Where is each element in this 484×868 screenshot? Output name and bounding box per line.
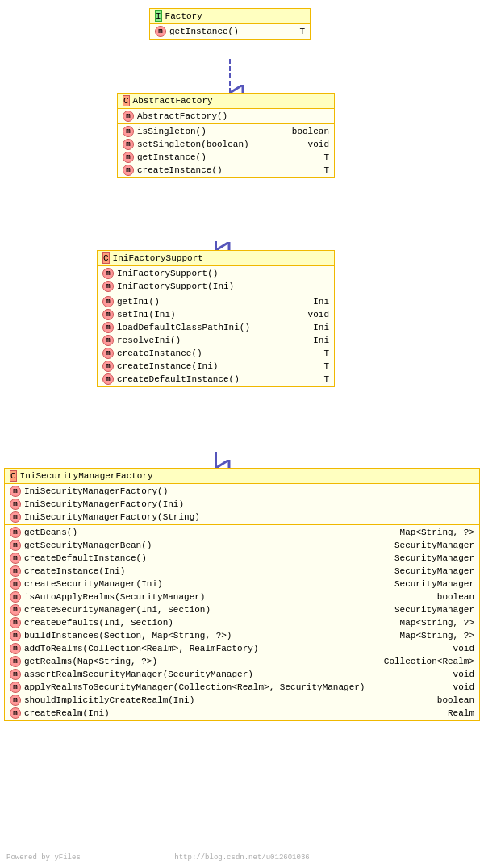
method-icon: m bbox=[102, 322, 114, 333]
smf-method-11: m assertRealmSecurityManager(SecurityMan… bbox=[10, 668, 474, 681]
method-icon: m bbox=[123, 152, 134, 163]
factory-label: Factory bbox=[165, 11, 202, 21]
smf-constructor-2: m IniSecurityManagerFactory(String) bbox=[10, 511, 474, 524]
smf-method-7: m createDefaults(Ini, Section) Map<Strin… bbox=[10, 616, 474, 629]
method-icon: m bbox=[123, 139, 134, 150]
abstract-factory-header: C AbstractFactory bbox=[118, 94, 334, 109]
ini-factory-support-header: C IniFactorySupport bbox=[98, 251, 334, 266]
ini-security-manager-factory-header: C IniSecurityManagerFactory bbox=[5, 469, 479, 484]
method-icon: m bbox=[102, 335, 114, 346]
ifs-method-4: m createInstance() T bbox=[102, 347, 329, 360]
abstract-factory-methods: m isSingleton() boolean m setSingleton(b… bbox=[118, 124, 334, 177]
smf-method-13: m shouldImplicitlyCreateRealm(Ini) boole… bbox=[10, 694, 474, 707]
method-icon: m bbox=[10, 630, 21, 641]
method-icon: m bbox=[102, 309, 114, 320]
ifs-method-6: m createDefaultInstance() T bbox=[102, 373, 329, 386]
smf-method-3: m createInstance(Ini) SecurityManager bbox=[10, 565, 474, 578]
method-icon: m bbox=[102, 296, 114, 307]
ini-factory-support-box: C IniFactorySupport m IniFactorySupport(… bbox=[97, 250, 335, 387]
ifs-method-2: m loadDefaultClassPathIni() Ini bbox=[102, 321, 329, 334]
smf-method-9: m addToRealms(Collection<Realm>, RealmFa… bbox=[10, 642, 474, 655]
ifs-constructor-1: m IniFactorySupport(Ini) bbox=[102, 280, 329, 293]
smf-method-5: m isAutoApplyRealms(SecurityManager) boo… bbox=[10, 590, 474, 603]
factory-box: I Factory m getInstance() T bbox=[149, 8, 311, 40]
smf-method-14: m createRealm(Ini) Realm bbox=[10, 707, 474, 720]
af-method-2: m getInstance() T bbox=[123, 151, 329, 164]
smf-method-10: m getRealms(Map<String, ?>) Collection<R… bbox=[10, 655, 474, 668]
constructor-row: m AbstractFactory() bbox=[123, 110, 329, 123]
constructor-icon: m bbox=[102, 268, 114, 279]
factory-header: I Factory bbox=[150, 9, 310, 24]
ifs-constructor-0: m IniFactorySupport() bbox=[102, 267, 329, 280]
smf-method-0: m getBeans() Map<String, ?> bbox=[10, 526, 474, 539]
watermark-left: Powered by yFiles bbox=[6, 853, 81, 862]
method-icon: m bbox=[10, 682, 21, 693]
ini-smf-constructors: m IniSecurityManagerFactory() m IniSecur… bbox=[5, 484, 479, 525]
method-icon: m bbox=[10, 604, 21, 616]
constructor-name: AbstractFactory() bbox=[137, 111, 329, 121]
method-icon: m bbox=[102, 373, 114, 385]
smf-method-8: m buildInstances(Section, Map<String, ?>… bbox=[10, 629, 474, 642]
smf-method-6: m createSecurityManager(Ini, Section) Se… bbox=[10, 603, 474, 616]
ini-smf-label: IniSecurityManagerFactory bbox=[20, 471, 153, 481]
method-icon: m bbox=[10, 695, 21, 706]
method-icon: m bbox=[10, 527, 21, 538]
method-icon: m bbox=[10, 540, 21, 551]
ifs-method-1: m setIni(Ini) void bbox=[102, 308, 329, 321]
af-method-0: m isSingleton() boolean bbox=[123, 125, 329, 138]
ini-factory-support-constructors: m IniFactorySupport() m IniFactorySuppor… bbox=[98, 266, 334, 294]
method-name: getInstance() bbox=[169, 27, 293, 36]
watermark-center: http://blog.csdn.net/u012601036 bbox=[174, 853, 309, 862]
method-icon: m bbox=[102, 361, 114, 372]
ini-factory-support-label: IniFactorySupport bbox=[113, 253, 203, 263]
constructor-icon: m bbox=[10, 499, 21, 510]
method-icon: m bbox=[102, 348, 114, 359]
method-icon: m bbox=[10, 591, 21, 603]
method-return: T bbox=[299, 27, 305, 36]
abstract-factory-label: AbstractFactory bbox=[133, 96, 213, 106]
af-method-3: m createInstance() T bbox=[123, 164, 329, 177]
constructor-icon: m bbox=[10, 511, 21, 523]
smf-constructor-0: m IniSecurityManagerFactory() bbox=[10, 485, 474, 498]
method-icon: m bbox=[123, 165, 134, 176]
method-icon: m bbox=[10, 643, 21, 654]
smf-method-2: m createDefaultInstance() SecurityManage… bbox=[10, 552, 474, 565]
smf-method-4: m createSecurityManager(Ini) SecurityMan… bbox=[10, 578, 474, 590]
factory-methods: m getInstance() T bbox=[150, 24, 310, 39]
ifs-method-3: m resolveIni() Ini bbox=[102, 334, 329, 347]
diagram-container: I Factory m getInstance() T C AbstractFa… bbox=[0, 0, 484, 868]
method-icon: m bbox=[10, 656, 21, 667]
ini-smf-icon: C bbox=[10, 470, 17, 482]
constructor-icon: m bbox=[10, 486, 21, 497]
ifs-method-5: m createInstance(Ini) T bbox=[102, 360, 329, 373]
ini-smf-methods: m getBeans() Map<String, ?> m getSecurit… bbox=[5, 525, 479, 720]
method-icon: m bbox=[10, 669, 21, 680]
smf-method-12: m applyRealmsToSecurityManager(Collectio… bbox=[10, 681, 474, 694]
af-method-1: m setSingleton(boolean) void bbox=[123, 138, 329, 151]
method-icon: m bbox=[123, 126, 134, 137]
method-icon: m bbox=[10, 578, 21, 590]
method-icon: m bbox=[10, 707, 21, 719]
ini-security-manager-factory-box: C IniSecurityManagerFactory m IniSecurit… bbox=[4, 468, 480, 721]
factory-icon: I bbox=[155, 10, 162, 22]
method-icon: m bbox=[10, 565, 21, 577]
smf-method-1: m getSecurityManagerBean() SecurityManag… bbox=[10, 539, 474, 552]
abstract-factory-icon: C bbox=[123, 95, 130, 106]
constructor-icon: m bbox=[123, 111, 134, 122]
abstract-factory-constructors: m AbstractFactory() bbox=[118, 109, 334, 124]
abstract-factory-box: C AbstractFactory m AbstractFactory() m … bbox=[117, 93, 335, 178]
method-icon: m bbox=[10, 617, 21, 628]
ini-factory-support-icon: C bbox=[102, 252, 110, 264]
ini-factory-support-methods: m getIni() Ini m setIni(Ini) void m load… bbox=[98, 294, 334, 386]
method-icon: m bbox=[10, 553, 21, 564]
ifs-method-0: m getIni() Ini bbox=[102, 295, 329, 308]
method-icon: m bbox=[155, 26, 166, 37]
factory-method-getinstance: m getInstance() T bbox=[155, 25, 305, 38]
constructor-icon: m bbox=[102, 281, 114, 292]
smf-constructor-1: m IniSecurityManagerFactory(Ini) bbox=[10, 498, 474, 511]
